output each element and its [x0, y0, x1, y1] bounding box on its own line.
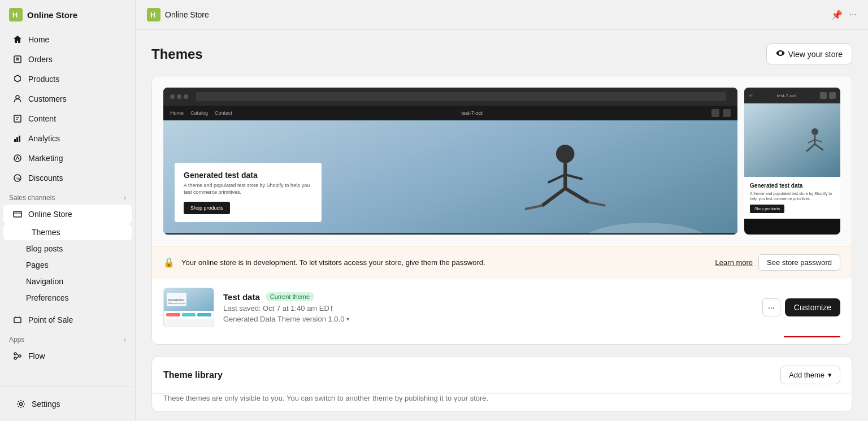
svg-rect-6 — [14, 115, 21, 122]
sidebar-themes-label: Themes — [32, 228, 60, 237]
sidebar-store-name: Online Store — [27, 10, 77, 20]
svg-line-23 — [16, 354, 19, 355]
customers-icon — [12, 94, 23, 104]
theme-card: Home Catalog Contact test-7-oct — [151, 76, 852, 345]
sales-channels-chevron: › — [124, 194, 126, 202]
top-bar-more-icon[interactable]: ··· — [849, 10, 857, 20]
sidebar-item-marketing[interactable]: Marketing — [3, 149, 132, 168]
sidebar-products-label: Products — [28, 75, 59, 84]
mobile-bg-svg — [744, 103, 840, 177]
thumb-bar-1 — [166, 313, 180, 316]
theme-last-saved: Last saved: Oct 7 at 1:40 am EDT — [223, 304, 753, 313]
view-store-label: View your store — [788, 50, 843, 59]
thumb-preview-svg: Generated test A theme and test store — [164, 288, 214, 311]
theme-thumbnail: Generated test A theme and test store — [163, 288, 214, 327]
theme-name-row: Test data Current theme — [223, 292, 753, 302]
sidebar-item-settings[interactable]: Settings — [7, 394, 128, 414]
page-header: Themes View your store — [151, 44, 852, 64]
library-description: These themes are only visible to you. Yo… — [152, 394, 852, 411]
svg-rect-15 — [14, 211, 21, 217]
svg-text:H: H — [12, 11, 18, 19]
apps-label: Apps — [9, 336, 24, 344]
mobile-image-area — [744, 103, 840, 177]
learn-more-link[interactable]: Learn more — [715, 258, 753, 267]
sidebar-item-products[interactable]: Products — [3, 70, 132, 89]
sidebar-discounts-label: Discounts — [28, 173, 63, 183]
see-store-password-button[interactable]: See store password — [758, 254, 840, 271]
sidebar-item-blog-posts[interactable]: Blog posts — [3, 241, 132, 257]
sidebar-pages-label: Pages — [26, 261, 49, 270]
sidebar-online-store-label: Online Store — [28, 210, 72, 219]
sidebar-preferences-label: Preferences — [26, 293, 68, 302]
thumb-bar-2 — [182, 313, 196, 316]
sidebar-item-orders[interactable]: Orders — [3, 50, 132, 69]
sidebar-item-online-store[interactable]: Online Store — [3, 205, 132, 224]
svg-text:%: % — [16, 176, 20, 181]
preview-desktop: Home Catalog Contact test-7-oct — [163, 88, 737, 235]
svg-point-40 — [811, 128, 818, 135]
sidebar-item-point-of-sale[interactable]: Point of Sale — [3, 310, 132, 329]
preview-overlay: Generated test data A theme and populate… — [175, 163, 322, 222]
library-header: Theme library Add theme ▾ — [152, 357, 852, 394]
browser-dots — [170, 94, 188, 99]
current-theme-section: Generated test A theme and test store Te… — [152, 279, 852, 336]
add-theme-button[interactable]: Add theme ▾ — [780, 366, 840, 384]
sidebar-item-flow[interactable]: Flow — [3, 346, 132, 366]
discounts-icon: % — [12, 173, 23, 183]
svg-point-21 — [19, 355, 21, 357]
sidebar-item-discounts[interactable]: % Discounts — [3, 168, 132, 188]
svg-point-5 — [16, 96, 19, 99]
top-bar-right: 📌 ··· — [831, 10, 857, 20]
version-chevron-icon[interactable]: ▾ — [346, 316, 349, 322]
thumb-bottom — [164, 311, 214, 319]
preview-image-area: Generated test data A theme and populate… — [163, 120, 737, 233]
sidebar-item-home[interactable]: Home — [3, 30, 132, 49]
top-bar-store-icon: H — [147, 8, 160, 21]
theme-more-button[interactable]: ··· — [762, 298, 780, 316]
browser-bar — [163, 88, 737, 106]
sidebar-navigation-label: Navigation — [26, 277, 63, 286]
sidebar-blog-posts-label: Blog posts — [26, 244, 63, 253]
nav-link-contact: Contact — [215, 110, 232, 116]
browser-dot-green — [184, 94, 188, 99]
mobile-store-title: test-7-oct — [777, 93, 796, 98]
theme-actions: ··· Customize — [762, 298, 840, 316]
thumb-bar-3 — [197, 313, 211, 316]
sidebar-item-customers[interactable]: Customers — [3, 89, 132, 108]
add-theme-label: Add theme — [789, 371, 824, 379]
mobile-nav-icons — [820, 92, 836, 99]
sidebar-item-preferences[interactable]: Preferences — [3, 290, 132, 306]
warning-banner: 🔒 Your online store is in development. T… — [152, 246, 852, 279]
content-icon — [12, 114, 23, 124]
theme-library-card: Theme library Add theme ▾ These themes a… — [151, 356, 852, 412]
thumb-top: Generated test A theme and test store — [164, 288, 214, 311]
settings-icon — [16, 399, 26, 409]
browser-dot-yellow — [177, 94, 181, 99]
svg-rect-10 — [16, 137, 18, 142]
svg-line-24 — [16, 357, 19, 358]
warning-text: Your online store is in development. To … — [181, 258, 709, 267]
sidebar-item-pages[interactable]: Pages — [3, 257, 132, 273]
warning-actions: Learn more See store password — [715, 254, 840, 271]
apps-section: Apps › — [0, 330, 135, 346]
mobile-search-icon — [820, 92, 827, 99]
preview-mobile: ☰ test-7-oct — [744, 88, 840, 235]
flow-icon — [12, 351, 23, 361]
mobile-bar: ☰ test-7-oct — [744, 88, 840, 103]
mobile-overlay-desc: A theme and populated test store by Shop… — [750, 191, 835, 201]
top-bar-title: Online Store — [165, 10, 209, 19]
theme-version: Generated Data Theme version 1.0.0 ▾ — [223, 315, 753, 323]
sidebar-item-analytics[interactable]: Analytics — [3, 129, 132, 148]
sidebar-logo[interactable]: H Online Store — [0, 0, 135, 29]
sidebar-item-themes[interactable]: Themes — [3, 224, 132, 240]
theme-info: Test data Current theme Last saved: Oct … — [223, 292, 753, 323]
sidebar-item-content[interactable]: Content — [3, 109, 132, 128]
sidebar-settings-label: Settings — [32, 400, 60, 409]
browser-url-bar — [196, 92, 726, 101]
pin-icon[interactable]: 📌 — [831, 10, 843, 20]
sidebar-item-navigation[interactable]: Navigation — [3, 274, 132, 289]
overlay-desc: A theme and populated test store by Shop… — [184, 182, 313, 196]
customize-underline — [784, 336, 840, 337]
customize-button[interactable]: Customize — [785, 298, 840, 316]
view-store-button[interactable]: View your store — [766, 44, 852, 64]
